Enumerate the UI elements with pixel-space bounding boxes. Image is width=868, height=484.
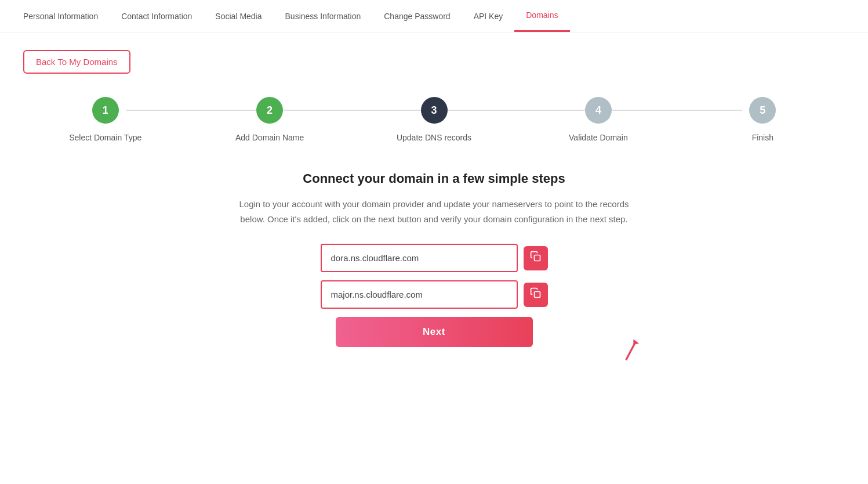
copy-icon-1: [530, 251, 542, 265]
step-5-circle: 5: [749, 97, 776, 124]
connect-section: Connect your domain in a few simple step…: [231, 171, 637, 347]
copy-icon-2: [530, 287, 542, 302]
step-4-circle: 4: [585, 97, 612, 124]
nav-social-media[interactable]: Social Media: [204, 1, 273, 31]
nav-change-password[interactable]: Change Password: [372, 1, 462, 31]
nav-business-information[interactable]: Business Information: [274, 1, 373, 31]
step-5: 5 Finish: [681, 97, 845, 142]
step-2-circle: 2: [256, 97, 283, 124]
step-1: 1 Select Domain Type: [23, 97, 187, 142]
section-description: Login to your account with your domain p…: [231, 197, 637, 226]
dns-record-row-1: [231, 244, 637, 272]
next-button-row: Next: [231, 317, 637, 347]
nav-api-key[interactable]: API Key: [462, 1, 515, 31]
nav-personal-information[interactable]: Personal Information: [12, 1, 110, 31]
dns-record-input-2[interactable]: [321, 280, 518, 309]
main-content: Back To My Domains 1 Select Domain Type …: [0, 32, 868, 364]
stepper: 1 Select Domain Type 2 Add Domain Name 3…: [23, 97, 845, 142]
svg-rect-1: [534, 292, 540, 298]
step-3-label: Update DNS records: [397, 133, 471, 142]
step-5-label: Finish: [752, 133, 773, 142]
step-3: 3 Update DNS records: [352, 97, 516, 142]
back-to-domains-button[interactable]: Back To My Domains: [23, 50, 130, 74]
step-3-circle: 3: [421, 97, 448, 124]
step-4-label: Validate Domain: [569, 133, 628, 142]
section-heading: Connect your domain in a few simple step…: [231, 171, 637, 186]
step-2: 2 Add Domain Name: [187, 97, 351, 142]
svg-rect-0: [534, 255, 540, 261]
dns-record-input-1[interactable]: [321, 244, 518, 272]
arrow-indicator: [614, 332, 648, 364]
top-navigation: Personal Information Contact Information…: [0, 0, 868, 32]
copy-dns-1-button[interactable]: [524, 246, 548, 270]
step-2-label: Add Domain Name: [235, 133, 304, 142]
step-1-circle: 1: [92, 97, 119, 124]
step-1-label: Select Domain Type: [69, 133, 141, 142]
nav-contact-information[interactable]: Contact Information: [110, 1, 204, 31]
next-button[interactable]: Next: [336, 317, 533, 347]
dns-record-row-2: [231, 280, 637, 309]
step-4: 4 Validate Domain: [516, 97, 680, 142]
nav-domains[interactable]: Domains: [514, 0, 569, 32]
copy-dns-2-button[interactable]: [524, 283, 548, 307]
